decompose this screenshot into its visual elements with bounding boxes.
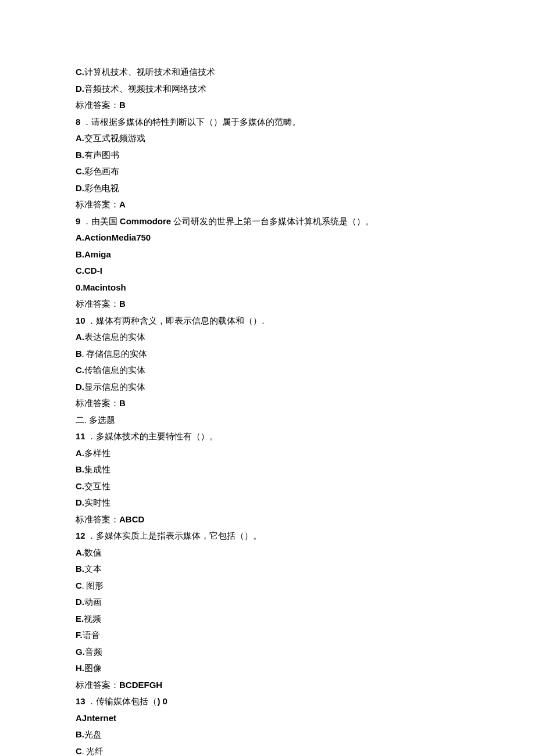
option-letter: C. (76, 365, 84, 375)
question-text-bold: Commodore (120, 216, 171, 226)
question-stem: 8 ．请根据多媒体的特性判断以下（）属于多媒体的范畴。 (76, 114, 459, 131)
option-line: B.光盘 (76, 726, 459, 743)
question-number: 10 (76, 316, 85, 325)
option-letter: D. (76, 183, 84, 193)
option-text: 有声图书 (84, 151, 119, 160)
option-text: 视频 (84, 614, 101, 624)
question-stem: 12 ．多媒体实质上是指表示媒体，它包括（）。 (76, 528, 459, 544)
answer-line: 标准答案：B (76, 395, 459, 412)
option-letter: B (76, 349, 82, 359)
option-line: 0.Macintosh (76, 280, 459, 296)
answer-value: B (119, 398, 126, 408)
question-text: ．多媒体技术的主要特性有（）。 (85, 432, 219, 441)
option-text: 彩色电视 (84, 184, 119, 193)
option-line: B.Amiga (76, 246, 459, 263)
option-line: A.表达信息的实体 (76, 329, 459, 346)
option-line: D.实时性 (76, 495, 459, 511)
option-letter: C (76, 581, 82, 590)
option-text: 显示信息的实体 (84, 382, 145, 392)
option-text: 光盘 (84, 730, 102, 739)
option-line: D.彩色电视 (76, 180, 459, 197)
option-letter: E. (76, 614, 84, 624)
option-line: B.集成性 (76, 461, 459, 478)
question-stem: 10 ．媒体有两种含义，即表示信息的载体和（）. (76, 313, 459, 329)
option-line: C.计算机技术、视听技术和通信技术 (76, 64, 459, 81)
option-line: B.文本 (76, 561, 459, 578)
answer-label: 标准答案： (76, 200, 119, 209)
option-letter: B. (76, 564, 84, 574)
answer-value: ABCD (119, 514, 144, 524)
question-text-pre: ．传输媒体包括（ (85, 697, 158, 706)
option-line: D.音频技术、视频技术和网络技术 (76, 81, 459, 98)
answer-label: 标准答案： (76, 399, 119, 408)
option-letter: D. (76, 497, 84, 507)
option-line: C.传输信息的实体 (76, 362, 459, 379)
question-number: 12 (76, 531, 85, 540)
option-letter: A. (76, 448, 84, 458)
question-text: ．媒体有两种含义，即表示信息的载体和（）. (85, 316, 265, 325)
option-letter: A. (76, 133, 84, 143)
option-text: 音频技术、视频技术和网络技术 (84, 84, 206, 94)
question-stem: 13 ．传输媒体包括（) 0 (76, 693, 459, 710)
answer-label: 标准答案： (76, 101, 119, 110)
option-line: AJnternet (76, 710, 459, 727)
option-letter: D. (76, 382, 84, 392)
answer-label: 标准答案： (76, 299, 119, 309)
option-line: C.交互性 (76, 478, 459, 495)
answer-line: 标准答案：BCDEFGH (76, 677, 459, 694)
option-line: A.ActionMedia750 (76, 230, 459, 246)
question-number: 13 (76, 696, 85, 706)
option-letter: H. (76, 663, 84, 673)
option-text: 多样性 (84, 449, 110, 458)
question-stem: 9 ．由美国 Commodore 公司研发的世界上第一台多媒体计算机系统是（）。 (76, 213, 459, 230)
question-text: ．请根据多媒体的特性判断以下（）属于多媒体的范畴。 (80, 117, 301, 127)
option-line: G.音频 (76, 644, 459, 661)
option-line: A.交互式视频游戏 (76, 130, 459, 147)
option-letter: C. (76, 67, 84, 77)
option-line: C.CD-I (76, 263, 459, 280)
answer-label: 标准答案： (76, 680, 119, 690)
option-text: 图像 (84, 664, 102, 673)
option-text: 交互性 (84, 482, 110, 491)
option-text: 文本 (84, 564, 102, 574)
answer-value: A (119, 199, 126, 209)
option-text: 实时性 (84, 498, 110, 507)
option-text: . 图形 (82, 581, 104, 590)
answer-value: BCDEFGH (119, 680, 162, 690)
question-text-post: 公司研发的世界上第一台多媒体计算机系统是（）。 (171, 217, 374, 226)
answer-value: B (119, 299, 126, 309)
answer-line: 标准答案：A (76, 196, 459, 213)
option-text: . 光纤 (82, 747, 104, 756)
question-number: 11 (76, 431, 85, 441)
option-letter: C. (76, 166, 84, 176)
answer-label: 标准答案： (76, 515, 119, 524)
option-text: 彩色画布 (84, 167, 119, 176)
option-line: A.数值 (76, 544, 459, 561)
option-letter: B. (76, 464, 84, 474)
option-text: 表达信息的实体 (84, 332, 145, 342)
section-header: 二. 多选题 (76, 412, 459, 429)
option-text: 音频 (85, 647, 102, 657)
question-text-bold: ) 0 (157, 696, 167, 706)
option-letter: C. (76, 481, 84, 491)
option-text: 集成性 (84, 465, 110, 474)
option-letter: B. (76, 729, 84, 739)
option-line: C.彩色画布 (76, 163, 459, 180)
option-line: B. 存储信息的实体 (76, 346, 459, 363)
option-line: H.图像 (76, 660, 459, 677)
option-letter: A. (76, 332, 84, 342)
option-line: C. 光纤 (76, 743, 459, 757)
question-stem: 11 ．多媒体技术的主要特性有（）。 (76, 428, 459, 445)
document-page: C.计算机技术、视听技术和通信技术 D.音频技术、视频技术和网络技术 标准答案：… (0, 0, 535, 756)
question-text-pre: ．由美国 (80, 217, 120, 226)
option-letter: F. (76, 630, 83, 640)
option-text: 计算机技术、视听技术和通信技术 (84, 67, 215, 77)
option-line: D.显示信息的实体 (76, 379, 459, 396)
option-line: C. 图形 (76, 578, 459, 594)
answer-line: 标准答案：B (76, 296, 459, 313)
option-letter: B. (76, 150, 84, 160)
option-text: 数值 (84, 548, 102, 557)
option-text: 动画 (84, 597, 102, 607)
option-letter: D. (76, 84, 84, 94)
option-letter: C (76, 746, 82, 756)
